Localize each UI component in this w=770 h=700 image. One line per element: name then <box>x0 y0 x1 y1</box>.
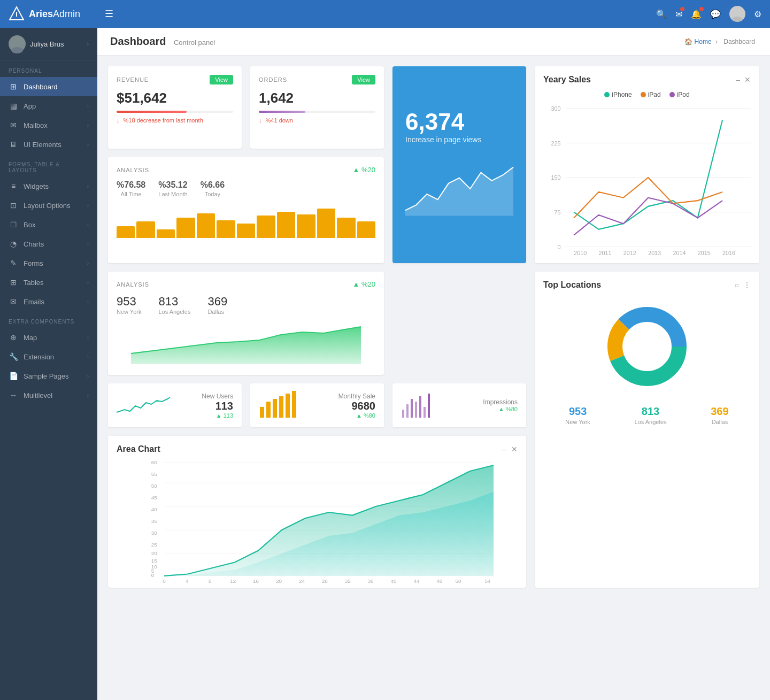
ac-x-54: 54 <box>484 578 491 584</box>
ac-y-50: 50 <box>151 483 158 489</box>
ac-y-0: 0 <box>151 572 155 578</box>
breadcrumb-left: Dashboard Control panel <box>110 35 215 48</box>
sidebar-item-widgets[interactable]: ≡ Widgets › <box>0 176 97 196</box>
sidebar-item-mailbox[interactable]: ✉ Mailbox › <box>0 116 97 135</box>
ac-x-28: 28 <box>322 578 328 584</box>
iphone-line <box>574 120 722 229</box>
new-users-value: 113 <box>176 400 233 412</box>
ac-x-50: 50 <box>455 578 461 584</box>
sidebar-item-box[interactable]: ☐ Box › <box>0 215 97 234</box>
sidebar-item-map[interactable]: ⊕ Map › <box>0 328 97 347</box>
revenue-label: REVENUE <box>117 76 149 83</box>
y-label-150: 150 <box>551 174 561 181</box>
impressions-card: Impressions ▲ %80 <box>392 383 526 427</box>
sidebar-item-multilevel[interactable]: ↔ Multilevel › <box>0 386 97 405</box>
legend-label-ipad: iPad <box>648 91 661 98</box>
sidebar-item-tables[interactable]: ⊞ Tables › <box>0 273 97 292</box>
sidebar-item-dashboard[interactable]: ⊞ Dashboard › <box>0 77 97 96</box>
sidebar-item-app[interactable]: ▦ App › <box>0 96 97 116</box>
area-chart-close-icon[interactable]: ✕ <box>511 445 518 453</box>
analysis-lbl-lastmonth: Last Month <box>158 191 187 197</box>
orders-header: ORDERS View <box>259 75 375 84</box>
sidebar-item-ui-elements[interactable]: 🖥 UI Elements › <box>0 135 97 154</box>
imp-bar-4 <box>415 402 417 418</box>
revenue-view-button[interactable]: View <box>210 75 233 84</box>
orders-change: ↓ %41 down <box>259 117 375 124</box>
page-title: Dashboard <box>110 35 166 47</box>
mail-icon[interactable]: ✉ <box>675 9 682 19</box>
analysis-bar <box>117 226 135 238</box>
map-icon: ⊕ <box>9 333 18 342</box>
x-label-2016: 2016 <box>722 250 735 256</box>
analysis-bar <box>357 221 375 238</box>
sidebar-arrow-charts: › <box>87 241 89 247</box>
area-chart-minimize-icon[interactable]: – <box>502 445 506 453</box>
yearly-sales-minimize-icon[interactable]: – <box>736 75 740 84</box>
analysis-bar <box>237 224 255 239</box>
top-locations-card: Top Locations ○ ⋮ <box>535 272 759 588</box>
analysis2-val-dallas: 369 <box>207 295 227 309</box>
top-locations-dots-icon[interactable]: ⋮ <box>743 281 751 289</box>
sidebar-label-extension: Extension <box>24 353 87 361</box>
orders-view-button[interactable]: View <box>352 75 375 84</box>
analysis-bar <box>217 220 235 238</box>
sidebar-arrow-box: › <box>87 222 89 228</box>
analysis-bar <box>176 218 195 239</box>
new-users-info: New Users 113 ▲ 113 <box>176 393 233 419</box>
analysis2-card: ANALYSIS ▲ %20 953 New York 813 Los Ange… <box>108 272 384 375</box>
monthly-sale-value: 9680 <box>308 400 375 412</box>
new-users-chart <box>117 391 170 418</box>
analysis-bar <box>197 213 215 238</box>
sidebar-arrow-dashboard: › <box>87 84 89 90</box>
yearly-sales-close-icon[interactable]: ✕ <box>744 75 751 84</box>
sidebar-item-emails[interactable]: ✉ Emails › <box>0 292 97 311</box>
tl-val-la: 813 <box>635 405 667 418</box>
analysis-lbl-today: Today <box>201 191 225 197</box>
analysis-val-today: %6.66 <box>201 180 225 190</box>
x-label-2012: 2012 <box>623 250 636 256</box>
sidebar-label-app: App <box>24 102 87 110</box>
analysis-stats: %76.58 All Time %35.12 Last Month %6.66 … <box>117 180 375 197</box>
analysis2-label: ANALYSIS <box>117 281 149 288</box>
ac-y-40: 40 <box>151 506 158 512</box>
pageviews-chart <box>405 157 513 221</box>
sidebar-arrow-emails: › <box>87 299 89 305</box>
dashboard-icon: ⊞ <box>9 82 18 91</box>
brand-name-light: Admin <box>53 9 80 20</box>
y-label-300: 300 <box>551 105 561 112</box>
avatar[interactable] <box>729 6 745 22</box>
sidebar-item-sample-pages[interactable]: 📄 Sample Pages › <box>0 366 97 386</box>
ac-x-16: 16 <box>253 578 259 584</box>
yearly-sales-card: Yeary Sales – ✕ iPhone iPad <box>535 66 759 263</box>
sidebar-item-layout[interactable]: ⊡ Layout Options › <box>0 196 97 215</box>
tables-icon: ⊞ <box>9 278 18 287</box>
legend-ipad: iPad <box>641 91 661 98</box>
chat-icon[interactable]: 💬 <box>710 9 721 19</box>
bell-icon[interactable]: 🔔 <box>691 9 702 19</box>
settings-icon[interactable]: ⚙ <box>754 9 761 19</box>
search-icon[interactable]: 🔍 <box>656 9 667 19</box>
analysis-bar <box>317 209 335 238</box>
breadcrumb-home-link[interactable]: Home <box>695 38 712 45</box>
legend-label-iphone: iPhone <box>612 91 632 98</box>
analysis2-stat-ny: 953 New York <box>117 295 141 315</box>
breadcrumb-bar: Dashboard Control panel 🏠 Home › Dashboa… <box>97 28 770 56</box>
pageviews-card: 6,374 Increase in page views <box>392 66 526 263</box>
ac-x-40: 40 <box>390 578 397 584</box>
menu-toggle-icon[interactable]: ☰ <box>105 8 113 20</box>
sidebar-item-forms[interactable]: ✎ Forms › <box>0 253 97 273</box>
orders-label: ORDERS <box>259 76 287 83</box>
top-locations-header: Top Locations ○ ⋮ <box>543 280 751 290</box>
top-locations-circle-icon[interactable]: ○ <box>735 281 739 289</box>
brand-name-bold: Aries <box>29 9 53 20</box>
x-label-2010: 2010 <box>574 250 587 256</box>
page-subtitle: Control panel <box>174 39 215 47</box>
legend-dot-iphone <box>604 92 610 97</box>
sidebar-user[interactable]: Juliya Brus › <box>0 28 97 60</box>
sidebar-item-extension[interactable]: 🔧 Extension › <box>0 347 97 366</box>
sidebar-label-map: Map <box>24 334 87 342</box>
area-chart-title: Area Chart <box>117 444 160 454</box>
sidebar-item-charts[interactable]: ◔ Charts › <box>0 234 97 253</box>
app-icon: ▦ <box>9 102 18 110</box>
sidebar-username: Juliya Brus <box>30 40 87 48</box>
